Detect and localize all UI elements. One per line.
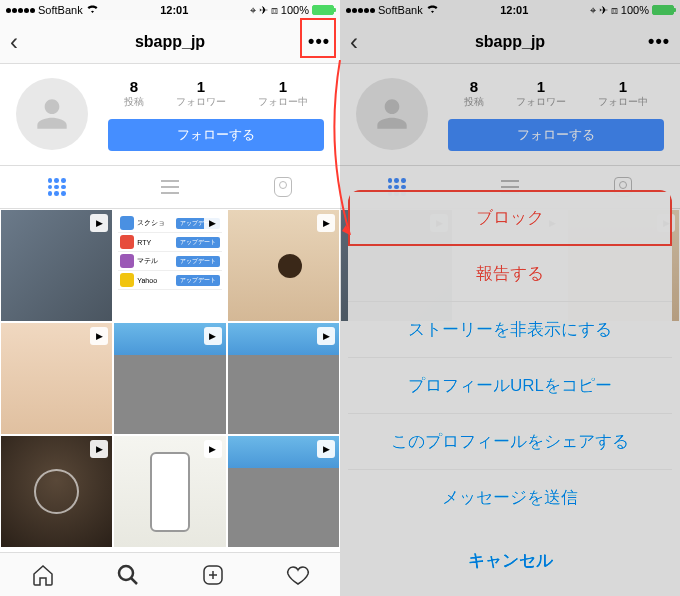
nav-bar: ‹ sbapp_jp ••• <box>0 20 340 64</box>
post-item[interactable]: ▶ <box>0 209 113 322</box>
battery-icon <box>312 5 334 15</box>
list-icon <box>161 180 179 194</box>
video-icon: ▶ <box>317 440 335 458</box>
battery-icon <box>652 5 674 15</box>
bluetooth-icon: ⧈ <box>611 4 618 17</box>
phone-right: SoftBank 12:01 ⌖ ✈ ⧈ 100% ‹ sbapp_jp •••… <box>340 0 680 596</box>
post-item[interactable]: ▶ <box>0 435 113 548</box>
location-icon: ⌖ <box>590 4 596 17</box>
video-icon: ▶ <box>204 214 222 232</box>
status-bar: SoftBank 12:01 ⌖ ✈ ⧈ 100% <box>0 0 340 20</box>
sheet-hide-story[interactable]: ストーリーを非表示にする <box>348 302 672 358</box>
back-button[interactable]: ‹ <box>10 28 40 56</box>
carrier: SoftBank <box>38 4 83 16</box>
post-item[interactable]: スクショアップデート RTYアップデート マテルアップデート Yahooアップデ… <box>113 209 226 322</box>
nav-bar: ‹ sbapp_jp ••• <box>340 20 680 64</box>
video-icon: ▶ <box>90 214 108 232</box>
tab-tagged[interactable] <box>227 166 340 208</box>
activity-tab[interactable] <box>255 553 340 596</box>
signal-icon <box>346 8 375 13</box>
profile-header: 8投稿 1フォロワー 1フォロー中 フォローする <box>340 64 680 165</box>
follow-button[interactable]: フォローする <box>108 119 324 151</box>
location-icon: ⌖ <box>250 4 256 17</box>
video-icon: ▶ <box>317 214 335 232</box>
sheet-share-profile[interactable]: このプロフィールをシェアする <box>348 414 672 470</box>
tab-list[interactable] <box>113 166 226 208</box>
page-title: sbapp_jp <box>380 33 640 51</box>
post-item[interactable]: ▶ <box>0 322 113 435</box>
action-sheet: ブロック 報告する ストーリーを非表示にする プロフィールURLをコピー このプ… <box>340 182 680 596</box>
alarm-icon: ✈ <box>259 4 268 17</box>
home-tab[interactable] <box>0 553 85 596</box>
alarm-icon: ✈ <box>599 4 608 17</box>
battery-pct: 100% <box>281 4 309 16</box>
view-tabs <box>0 165 340 209</box>
stat-followers[interactable]: 1フォロワー <box>176 78 226 109</box>
wifi-icon <box>426 4 439 16</box>
video-icon: ▶ <box>317 327 335 345</box>
post-item[interactable]: ▶ <box>113 322 226 435</box>
svg-point-0 <box>119 566 133 580</box>
avatar[interactable] <box>16 78 88 150</box>
more-button[interactable]: ••• <box>640 31 670 52</box>
sheet-report[interactable]: 報告する <box>348 246 672 302</box>
tab-bar <box>0 552 340 596</box>
video-icon: ▶ <box>204 327 222 345</box>
phone-left: SoftBank 12:01 ⌖ ✈ ⧈ 100% ‹ sbapp_jp •••… <box>0 0 340 596</box>
profile-header: 8投稿 1フォロワー 1フォロー中 フォローする <box>0 64 340 165</box>
avatar <box>356 78 428 150</box>
post-grid: ▶ スクショアップデート RTYアップデート マテルアップデート Yahooアッ… <box>0 209 340 552</box>
battery-pct: 100% <box>621 4 649 16</box>
bluetooth-icon: ⧈ <box>271 4 278 17</box>
sheet-copy-url[interactable]: プロフィールURLをコピー <box>348 358 672 414</box>
video-icon: ▶ <box>90 327 108 345</box>
carrier: SoftBank <box>378 4 423 16</box>
sheet-send-message[interactable]: メッセージを送信 <box>348 470 672 525</box>
add-tab[interactable] <box>170 553 255 596</box>
tab-grid[interactable] <box>0 166 113 208</box>
stats-row: 8投稿 1フォロワー 1フォロー中 <box>108 78 324 109</box>
clock: 12:01 <box>99 4 250 16</box>
post-item[interactable]: ▶ <box>227 322 340 435</box>
tagged-icon <box>274 177 292 197</box>
signal-icon <box>6 8 35 13</box>
search-tab[interactable] <box>85 553 170 596</box>
post-item[interactable]: ▶ <box>113 435 226 548</box>
back-button[interactable]: ‹ <box>350 28 380 56</box>
page-title: sbapp_jp <box>40 33 300 51</box>
clock: 12:01 <box>439 4 590 16</box>
follow-button: フォローする <box>448 119 664 151</box>
sheet-cancel[interactable]: キャンセル <box>348 533 672 588</box>
highlight-more <box>300 18 336 58</box>
stat-posts[interactable]: 8投稿 <box>124 78 144 109</box>
wifi-icon <box>86 4 99 16</box>
post-item[interactable]: ▶ <box>227 435 340 548</box>
grid-icon <box>48 178 66 196</box>
post-item[interactable]: ▶ <box>227 209 340 322</box>
status-bar: SoftBank 12:01 ⌖ ✈ ⧈ 100% <box>340 0 680 20</box>
video-icon: ▶ <box>90 440 108 458</box>
video-icon: ▶ <box>204 440 222 458</box>
sheet-block[interactable]: ブロック <box>348 190 672 246</box>
stat-following[interactable]: 1フォロー中 <box>258 78 308 109</box>
